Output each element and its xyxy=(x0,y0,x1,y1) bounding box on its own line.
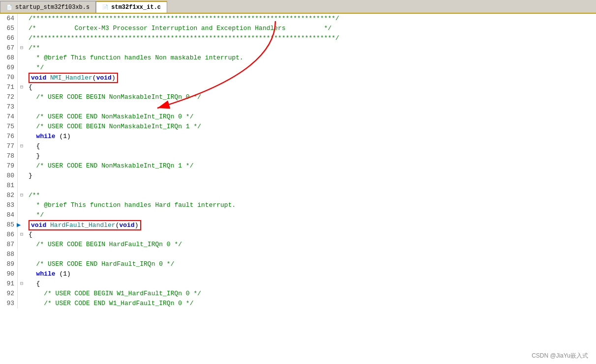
token-function: HardFault_Handler xyxy=(50,222,116,229)
table-row: 71⊟{ xyxy=(0,83,596,92)
table-row: 89 /* USER CODE END HardFault_IRQn 0 */ xyxy=(0,259,596,269)
fold-indicator[interactable]: ⊟ xyxy=(18,191,26,200)
fold-indicator xyxy=(18,132,26,141)
line-number: 71 xyxy=(0,83,18,92)
token-text: ( xyxy=(92,74,96,82)
code-cell: { xyxy=(26,230,596,240)
table-row: 93 /* USER CODE END W1_HardFault_IRQn 0 … xyxy=(0,299,596,308)
fold-indicator xyxy=(18,200,26,210)
fold-indicator[interactable]: ⊟ xyxy=(18,141,26,151)
code-cell: /***************************************… xyxy=(26,14,596,24)
code-cell: { xyxy=(26,83,596,92)
table-row: 90 while (1) xyxy=(0,269,596,279)
table-row: 83 * @brief This function handles Hard f… xyxy=(0,200,596,210)
token-comment: /* Cortex-M3 Processor Interruption and … xyxy=(29,25,331,32)
debug-marker: ▶ xyxy=(17,220,21,230)
fold-indicator xyxy=(18,161,26,171)
token-text xyxy=(46,222,50,229)
line-number: 82 xyxy=(0,191,18,200)
line-number: 92 xyxy=(0,289,18,299)
token-text: } xyxy=(29,172,32,179)
tab-label-stm32: stm32f1xx_it.c xyxy=(111,4,161,11)
line-number: 80 xyxy=(0,171,18,181)
tab-label-startup: startup_stm32f103xb.s xyxy=(15,4,89,11)
table-row: 72 /* USER CODE BEGIN NonMaskableInt_IRQ… xyxy=(0,92,596,102)
code-cell: /* USER CODE BEGIN HardFault_IRQn 0 */ xyxy=(26,240,596,250)
fold-indicator xyxy=(18,14,26,24)
token-comment: /** xyxy=(29,192,40,199)
line-number: 67 xyxy=(0,43,18,53)
table-row: 78 } xyxy=(0,151,596,161)
fold-indicator xyxy=(18,122,26,132)
table-row: 85▶void HardFault_Handler(void) xyxy=(0,220,596,230)
code-cell: } xyxy=(26,171,596,181)
line-number: 69 xyxy=(0,63,18,73)
code-cell: /* USER CODE END NonMaskableInt_IRQn 0 *… xyxy=(26,112,596,122)
table-row: 70void NMI_Handler(void) xyxy=(0,73,596,83)
line-number: 74 xyxy=(0,112,18,122)
table-row: 76 while (1) xyxy=(0,132,596,141)
code-cell: /* USER CODE END NonMaskableInt_IRQn 1 *… xyxy=(26,161,596,171)
token-comment: /* USER CODE BEGIN NonMaskableInt_IRQn 1… xyxy=(29,123,201,130)
tab-startup[interactable]: 📄 startup_stm32f103xb.s xyxy=(0,1,96,13)
line-number: 86 xyxy=(0,230,18,240)
token-function: NMI_Handler xyxy=(50,74,92,82)
fold-indicator xyxy=(18,269,26,279)
code-cell: /* Cortex-M3 Processor Interruption and … xyxy=(26,24,596,33)
token-text: (1) xyxy=(56,133,71,140)
token-text: ) xyxy=(112,74,116,82)
line-number: 91 xyxy=(0,279,18,289)
fold-indicator[interactable]: ⊟ xyxy=(18,43,26,53)
token-text: ) xyxy=(135,222,139,229)
token-comment: /* USER CODE END W1_HardFault_IRQn 0 */ xyxy=(29,300,193,307)
fold-indicator xyxy=(18,240,26,250)
fold-indicator xyxy=(18,102,26,112)
token-comment: */ xyxy=(29,64,44,71)
table-row: 75 /* USER CODE BEGIN NonMaskableInt_IRQ… xyxy=(0,122,596,132)
table-row: 65/* Cortex-M3 Processor Interruption an… xyxy=(0,24,596,33)
code-cell: while (1) xyxy=(26,132,596,141)
token-comment: /***************************************… xyxy=(29,15,339,22)
fold-indicator xyxy=(18,92,26,102)
fold-indicator[interactable]: ⊟ xyxy=(18,230,26,240)
line-number: 66 xyxy=(0,33,18,43)
fold-indicator[interactable]: ⊟ xyxy=(18,83,26,92)
fold-indicator[interactable]: ⊟ xyxy=(18,279,26,289)
table-row: 88 xyxy=(0,250,596,259)
code-cell: } xyxy=(26,151,596,161)
line-number: 85 xyxy=(0,220,18,230)
line-number: 93 xyxy=(0,299,18,308)
token-comment: * @brief This function handles Non maska… xyxy=(29,54,243,61)
file-icon-active: 📄 xyxy=(102,4,108,10)
table-row: 86⊟{ xyxy=(0,230,596,240)
line-number: 79 xyxy=(0,161,18,171)
fold-indicator xyxy=(18,33,26,43)
fold-indicator xyxy=(18,171,26,181)
code-cell: { xyxy=(26,141,596,151)
code-cell: /* USER CODE END HardFault_IRQn 0 */ xyxy=(26,259,596,269)
table-row: 66/*************************************… xyxy=(0,33,596,43)
token-keyword: void xyxy=(119,222,134,229)
tab-stm32[interactable]: 📄 stm32f1xx_it.c xyxy=(96,1,167,13)
watermark: CSDN @JiaYu嵌入式 xyxy=(532,352,588,360)
code-cell: * @brief This function handles Non maska… xyxy=(26,53,596,63)
table-row: 91⊟ { xyxy=(0,279,596,289)
token-comment: /* USER CODE BEGIN W1_HardFault_IRQn 0 *… xyxy=(29,290,201,297)
table-row: 68 * @brief This function handles Non ma… xyxy=(0,53,596,63)
line-number: 77 xyxy=(0,141,18,151)
code-cell: */ xyxy=(26,210,596,220)
table-row: 64/*************************************… xyxy=(0,14,596,24)
code-cell xyxy=(26,250,596,259)
table-row: 82⊟/** xyxy=(0,191,596,200)
table-row: 87 /* USER CODE BEGIN HardFault_IRQn 0 *… xyxy=(0,240,596,250)
line-number: 64 xyxy=(0,14,18,24)
token-keyword: void xyxy=(31,222,46,229)
tab-bar: 📄 startup_stm32f103xb.s 📄 stm32f1xx_it.c xyxy=(0,0,596,14)
code-cell: void NMI_Handler(void) xyxy=(26,73,596,83)
token-text: { xyxy=(29,280,40,287)
line-number: 83 xyxy=(0,200,18,210)
token-keyword: void xyxy=(31,74,46,82)
line-number: 70 xyxy=(0,73,18,83)
fold-indicator xyxy=(18,259,26,269)
fold-indicator xyxy=(18,63,26,73)
